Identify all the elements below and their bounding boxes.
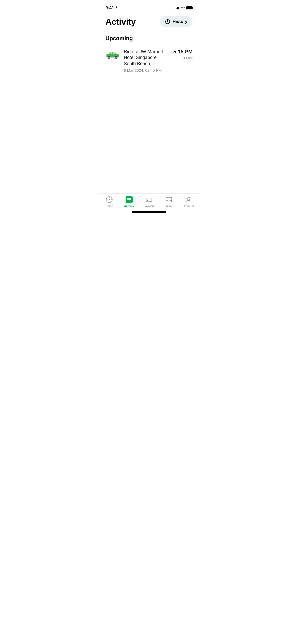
tab-account-label: Account (184, 204, 194, 208)
tab-activity-label: Activity (124, 204, 134, 208)
tab-account[interactable]: Account (181, 196, 196, 208)
ride-details: Ride to JW Marriott Hotel Singapore Sout… (124, 49, 169, 72)
tab-home[interactable]: Home (102, 196, 117, 208)
svg-rect-14 (127, 201, 131, 201)
page-title: Activity (105, 17, 136, 27)
wifi-icon (181, 6, 185, 9)
history-clock-icon (165, 19, 170, 24)
status-time: 9:41 (105, 5, 118, 10)
svg-rect-12 (127, 198, 131, 199)
svg-point-11 (109, 199, 110, 200)
section-title: Upcoming (99, 30, 199, 46)
activity-icon-box (126, 196, 133, 203)
ride-arrival-time: 5:15 PM (173, 49, 193, 55)
ride-destination: Ride to JW Marriott Hotel Singapore Sout… (124, 49, 169, 67)
account-icon (185, 196, 192, 203)
tab-inbox-label: Inbox (166, 204, 172, 208)
location-arrow-icon (115, 6, 118, 10)
tab-inbox[interactable]: Inbox (161, 196, 177, 208)
svg-rect-13 (127, 199, 131, 200)
svg-rect-3 (113, 52, 115, 54)
ride-time-col: 5:15 PM 8 Mar (173, 49, 193, 60)
signal-icon (174, 6, 179, 9)
ride-item[interactable]: Ride to JW Marriott Hotel Singapore Sout… (99, 46, 199, 76)
history-button[interactable]: History (160, 16, 193, 27)
status-icons (174, 6, 193, 9)
svg-point-18 (187, 197, 190, 200)
tab-home-label: Home (105, 204, 113, 208)
car-icon (105, 50, 120, 59)
battery-icon (186, 6, 193, 9)
svg-rect-8 (118, 54, 118, 55)
svg-rect-16 (147, 200, 148, 201)
home-indicator (132, 211, 166, 213)
ride-date: 8 Mar (173, 56, 193, 60)
tab-payment[interactable]: Payment (141, 196, 157, 208)
ride-scheduled-time: 8 Mar 2024, 02:45 PM (124, 68, 169, 72)
tab-payment-label: Payment (143, 204, 154, 208)
tab-activity[interactable]: Activity (121, 196, 137, 208)
upcoming-section: Upcoming Ride to JW Marriott Hotel Singa… (99, 30, 199, 76)
home-compass-icon (106, 196, 113, 203)
svg-point-5 (109, 57, 110, 58)
svg-point-7 (116, 57, 117, 58)
payment-icon (145, 196, 153, 203)
status-bar: 9:41 (99, 0, 199, 12)
svg-rect-2 (111, 52, 112, 54)
page-header: Activity History (99, 12, 199, 30)
svg-rect-9 (107, 54, 107, 55)
inbox-icon (165, 196, 172, 203)
activity-list-icon (127, 197, 131, 202)
svg-rect-15 (146, 198, 152, 202)
